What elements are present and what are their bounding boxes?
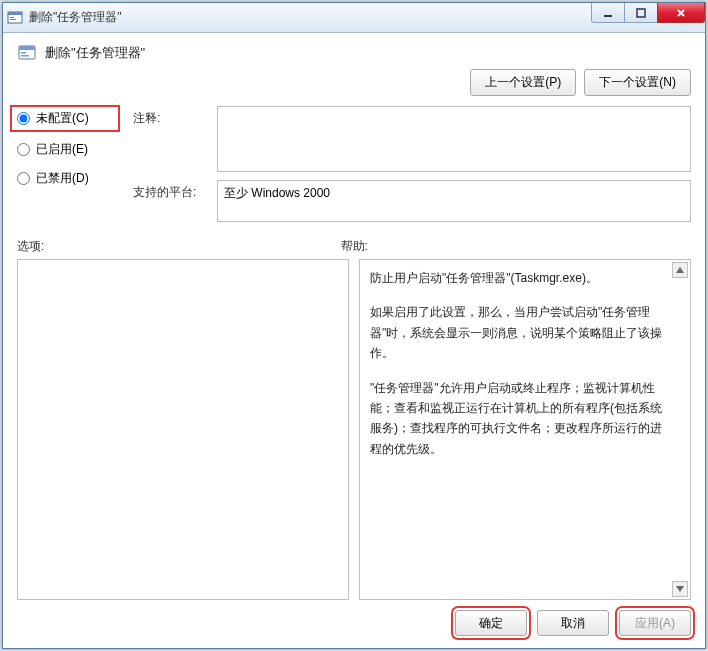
maximize-button[interactable] — [624, 3, 658, 23]
radio-enabled-label: 已启用(E) — [36, 141, 88, 158]
dialog-window: 删除"任务管理器" 删除"任务管理器" 上一个设置(P) 下一个设置(N) 未配… — [2, 2, 706, 649]
help-p3: "任务管理器"允许用户启动或终止程序；监视计算机性能；查看和监视正运行在计算机上… — [370, 378, 666, 460]
scroll-up-button[interactable] — [672, 262, 688, 278]
svg-rect-2 — [10, 17, 14, 18]
next-setting-button[interactable]: 下一个设置(N) — [584, 69, 691, 96]
svg-rect-8 — [21, 52, 26, 54]
help-label: 帮助: — [341, 238, 665, 255]
config-area: 未配置(C) 已启用(E) 已禁用(D) 注释: 支持的平台: — [17, 106, 691, 222]
radio-not-configured-input[interactable] — [17, 112, 30, 125]
svg-rect-9 — [21, 55, 29, 57]
apply-button[interactable]: 应用(A) — [619, 610, 691, 636]
close-button[interactable] — [657, 3, 705, 23]
radio-disabled-input[interactable] — [17, 172, 30, 185]
policy-icon — [17, 43, 37, 63]
radio-disabled-label: 已禁用(D) — [36, 170, 89, 187]
svg-rect-1 — [8, 12, 22, 15]
platform-text: 至少 Windows 2000 — [224, 186, 330, 200]
radio-enabled-input[interactable] — [17, 143, 30, 156]
minimize-button[interactable] — [591, 3, 625, 23]
radio-not-configured-label: 未配置(C) — [36, 110, 89, 127]
svg-rect-5 — [637, 9, 645, 17]
dialog-content: 删除"任务管理器" 上一个设置(P) 下一个设置(N) 未配置(C) 已启用(E… — [3, 33, 705, 648]
scroll-down-button[interactable] — [672, 581, 688, 597]
mid-labels: 选项: 帮助: — [17, 238, 691, 255]
platform-value: 至少 Windows 2000 — [217, 180, 691, 222]
cancel-button[interactable]: 取消 — [537, 610, 609, 636]
comment-input[interactable] — [217, 106, 691, 172]
options-label: 选项: — [17, 238, 341, 255]
options-pane[interactable] — [17, 259, 349, 600]
platform-label: 支持的平台: — [133, 180, 205, 201]
mid-panes: 防止用户启动"任务管理器"(Taskmgr.exe)。 如果启用了此设置，那么，… — [17, 259, 691, 600]
platform-row: 支持的平台: 至少 Windows 2000 — [133, 180, 691, 222]
help-pane[interactable]: 防止用户启动"任务管理器"(Taskmgr.exe)。 如果启用了此设置，那么，… — [359, 259, 691, 600]
comment-row: 注释: — [133, 106, 691, 172]
svg-rect-4 — [604, 15, 612, 17]
radio-enabled[interactable]: 已启用(E) — [17, 141, 117, 158]
radio-group: 未配置(C) 已启用(E) 已禁用(D) — [17, 106, 117, 222]
ok-button[interactable]: 确定 — [455, 610, 527, 636]
policy-title: 删除"任务管理器" — [45, 44, 145, 62]
svg-rect-3 — [10, 19, 16, 20]
fields-col: 注释: 支持的平台: 至少 Windows 2000 — [133, 106, 691, 222]
window-controls — [592, 3, 705, 23]
radio-disabled[interactable]: 已禁用(D) — [17, 170, 117, 187]
titlebar[interactable]: 删除"任务管理器" — [3, 3, 705, 33]
comment-label: 注释: — [133, 106, 205, 127]
footer-buttons: 确定 取消 应用(A) — [17, 600, 691, 638]
help-p1: 防止用户启动"任务管理器"(Taskmgr.exe)。 — [370, 268, 666, 288]
svg-rect-7 — [19, 46, 35, 50]
app-icon — [7, 10, 23, 26]
header-row: 删除"任务管理器" — [17, 43, 691, 63]
radio-not-configured[interactable]: 未配置(C) — [13, 108, 117, 129]
help-p2: 如果启用了此设置，那么，当用户尝试启动"任务管理器"时，系统会显示一则消息，说明… — [370, 302, 666, 363]
prev-setting-button[interactable]: 上一个设置(P) — [470, 69, 576, 96]
nav-row: 上一个设置(P) 下一个设置(N) — [17, 69, 691, 96]
